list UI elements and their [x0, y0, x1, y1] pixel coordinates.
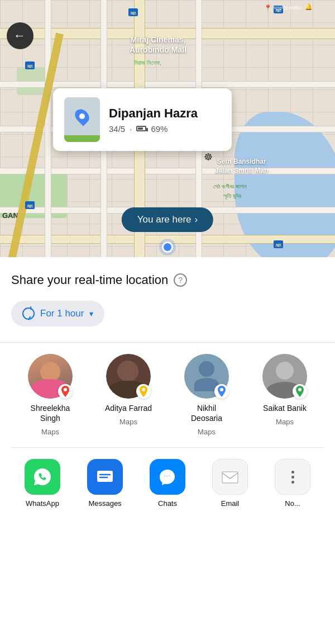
svg-rect-4: [97, 471, 113, 482]
more-icon: [275, 459, 310, 495]
email-label: Email: [221, 499, 240, 508]
svg-point-0: [64, 388, 67, 391]
dot-3: [291, 481, 294, 484]
contact-shreelekha[interactable]: ShreelekhaSingh Maps: [11, 354, 89, 436]
svg-rect-7: [222, 472, 238, 483]
chevron-down-icon: ▾: [89, 309, 93, 318]
person-head: [199, 361, 214, 377]
email-icon: [212, 459, 248, 495]
email-svg: [220, 467, 240, 487]
contact-app-1: Maps: [41, 428, 59, 436]
contact-name-2: Aditya Farrad: [105, 403, 152, 413]
maps-badge-3: [214, 384, 229, 399]
location-avatar: [64, 97, 100, 142]
map-view: 🚌 🚌 🚌 🚌 🚌 Miraj Cinemas,Aurobindo Mall ম…: [0, 0, 335, 257]
contact-avatar-wrap-1: [28, 354, 73, 399]
app-more[interactable]: No...: [261, 459, 324, 508]
top-location: 📍 সত্যপীর মসজিদ: [264, 4, 302, 12]
contact-avatar-wrap-4: [262, 354, 307, 399]
road-v1: [45, 0, 51, 257]
maps-badge-2: [136, 384, 151, 399]
battery-percent: 69%: [151, 124, 168, 134]
contact-aditya[interactable]: Aditya Farrad Maps: [89, 354, 168, 436]
location-rating: 34/5: [109, 124, 125, 134]
contact-app-4: Maps: [276, 418, 294, 426]
share-title-row: Share your real-time location ?: [11, 273, 324, 287]
contact-avatar-wrap-3: [184, 354, 229, 399]
contact-name-4: Saikat Banik: [263, 403, 307, 413]
svg-point-2: [220, 388, 223, 391]
whatsapp-icon: [25, 459, 60, 495]
share-sheet: Share your real-time location ? For 1 ho…: [0, 257, 335, 513]
dot-2: [291, 476, 294, 479]
map-label-bengali-3: স্মৃতি মন্দির: [223, 193, 241, 200]
back-arrow-icon: ←: [13, 29, 26, 43]
app-share-row: WhatsApp Messages Chats: [11, 448, 324, 513]
contact-nikhil[interactable]: NikhilDeosaria Maps: [168, 354, 246, 436]
contact-app-2: Maps: [119, 418, 137, 426]
whatsapp-svg: [32, 467, 52, 487]
maps-pin-svg-2: [139, 386, 148, 397]
avatar-pin: [72, 106, 92, 126]
app-whatsapp[interactable]: WhatsApp: [11, 459, 74, 508]
three-dots-icon: [291, 471, 294, 484]
contact-name-1: ShreelekhaSingh: [31, 403, 70, 423]
app-messages[interactable]: Messages: [74, 459, 136, 508]
you-are-here-label: You are here: [137, 214, 192, 225]
back-button[interactable]: ←: [7, 22, 34, 49]
location-info-sub: 34/5 · 69%: [109, 124, 221, 134]
avatar-green-bar: [64, 135, 100, 142]
chats-svg: [157, 467, 178, 487]
bus-stop-4: 🚌: [25, 201, 35, 209]
chats-label: Chats: [158, 499, 177, 508]
bus-stop-2: 🚌: [25, 61, 35, 69]
maps-pin-svg-1: [61, 386, 70, 397]
contact-avatar-wrap-2: [106, 354, 151, 399]
map-label-seth: Seth BansidharJalan Smriti Man: [215, 158, 268, 175]
you-are-here-button[interactable]: You are here ›: [122, 207, 213, 232]
svg-point-1: [142, 388, 145, 391]
app-email[interactable]: Email: [199, 459, 261, 508]
help-icon-symbol: ?: [178, 276, 183, 285]
duration-button[interactable]: For 1 hour ▾: [11, 301, 104, 326]
current-location-dot: [162, 242, 173, 253]
maps-pin-svg-3: [217, 386, 226, 397]
maps-badge-4: [293, 384, 307, 399]
dot-1: [291, 471, 294, 473]
maps-badge-1: [58, 384, 73, 399]
svg-point-3: [298, 388, 302, 391]
help-button[interactable]: ?: [174, 273, 187, 287]
contact-saikat[interactable]: Saikat Banik Maps: [246, 354, 324, 436]
messages-icon: [87, 459, 123, 495]
location-info-card: Dipanjan Hazra 34/5 · 69%: [53, 88, 232, 151]
contact-app-3: Maps: [198, 428, 216, 436]
bus-stop-5: 🚌: [274, 240, 283, 248]
messages-svg: [95, 467, 115, 487]
om-symbol: ☸: [204, 151, 213, 163]
clock-icon: [22, 307, 35, 320]
arrow-right-icon: ›: [195, 214, 198, 225]
map-label-bengali-2: সেঠ বংশীধর জালান: [213, 183, 246, 190]
duration-label: For 1 hour: [40, 308, 84, 319]
map-label-cinemas: Miraj Cinemas,Aurobindo Mall: [130, 35, 186, 55]
map-label-bengali: মিরাজ সিনেমা,: [134, 59, 161, 67]
chats-icon: [150, 459, 185, 495]
location-person-name: Dipanjan Hazra: [109, 106, 221, 121]
separator: ·: [130, 124, 132, 134]
more-label: No...: [285, 499, 300, 508]
contacts-grid: ShreelekhaSingh Maps Aditya Farrad Maps: [11, 343, 324, 448]
whatsapp-label: WhatsApp: [26, 499, 59, 508]
share-title-text: Share your real-time location: [11, 273, 168, 287]
contact-name-3: NikhilDeosaria: [191, 403, 222, 423]
notification-bell: 🔔: [305, 3, 313, 11]
bus-stop-1: 🚌: [128, 8, 138, 16]
app-chats[interactable]: Chats: [136, 459, 199, 508]
location-info-text: Dipanjan Hazra 34/5 · 69%: [109, 106, 221, 134]
battery-indicator: [136, 126, 146, 131]
maps-pin-svg-4: [295, 386, 304, 397]
messages-label: Messages: [88, 499, 121, 508]
